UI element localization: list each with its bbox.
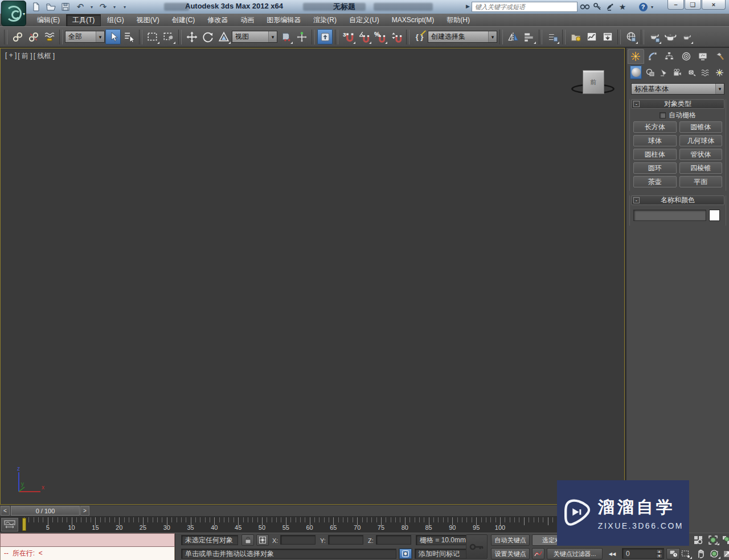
search-input[interactable] — [472, 2, 578, 12]
name-color-rollout-header[interactable]: - 名称和颜色 — [631, 195, 724, 205]
previous-frame-button[interactable]: < — [1, 506, 10, 516]
category-space-warps[interactable] — [699, 66, 711, 79]
y-coordinate-field[interactable] — [328, 535, 363, 545]
menu-item[interactable]: 渲染(R) — [307, 14, 343, 26]
zoom-extents-button[interactable] — [706, 534, 720, 546]
viewport-shading-menu[interactable]: 线框 — [34, 51, 55, 61]
render-iterative-icon[interactable] — [678, 29, 694, 44]
application-menu-button[interactable]: ▾ — [1, 1, 26, 26]
primitive-button[interactable]: 管状体 — [679, 149, 723, 160]
tab-modify[interactable] — [645, 49, 661, 64]
menu-item[interactable]: 工具(T) — [66, 14, 101, 26]
category-systems[interactable] — [714, 66, 726, 79]
menu-item[interactable]: 编辑(E) — [31, 14, 66, 26]
open-file-button[interactable] — [44, 1, 57, 13]
key-filters-button[interactable]: 关键点过滤器... — [547, 548, 603, 559]
edit-named-selection-sets-icon[interactable]: { } — [412, 29, 427, 44]
curve-editor-icon[interactable] — [584, 29, 599, 44]
mirror-icon[interactable] — [505, 29, 521, 44]
primitive-button[interactable]: 球体 — [633, 135, 677, 146]
category-cameras[interactable] — [671, 66, 683, 79]
menu-item[interactable]: 帮助(H) — [440, 14, 476, 26]
auto-key-button[interactable]: 自动关键点 — [491, 534, 530, 546]
close-button[interactable]: × — [702, 0, 726, 10]
primitive-button[interactable]: 四棱锥 — [679, 162, 723, 174]
maxscript-mini-listener[interactable]: -- 所在行: < — [0, 533, 175, 560]
isolate-selection-toggle[interactable] — [399, 548, 412, 559]
schematic-view-icon[interactable] — [600, 29, 615, 44]
zoom-extents-all-button[interactable] — [720, 534, 729, 546]
category-shapes[interactable] — [644, 66, 656, 79]
use-pivot-center-icon[interactable] — [278, 29, 293, 44]
default-in-out-tangents-button[interactable] — [532, 548, 544, 559]
named-selection-sets-dropdown[interactable]: 创建选择集 ▾ — [428, 31, 497, 43]
viewport-general-menu[interactable]: + — [5, 51, 17, 61]
communication-center-icon[interactable] — [604, 1, 616, 13]
graphite-modeling-tools-icon[interactable] — [568, 29, 583, 44]
category-helpers[interactable] — [686, 66, 698, 79]
object-name-input[interactable] — [633, 210, 706, 221]
help-dropdown-arrow[interactable]: ▾ — [649, 5, 655, 13]
frame-spinner[interactable]: ▲ ▼ — [656, 549, 662, 558]
object-type-rollout-header[interactable]: - 对象类型 — [631, 99, 724, 109]
qat-options-arrow[interactable]: ▾ — [122, 5, 128, 10]
rendered-frame-window-icon[interactable] — [646, 29, 662, 44]
reference-coordinate-dropdown[interactable]: 视图 ▾ — [232, 31, 277, 43]
tab-create[interactable] — [628, 49, 644, 64]
keyboard-shortcut-override-button[interactable] — [317, 29, 333, 44]
primitive-button[interactable]: 茶壶 — [633, 176, 677, 187]
spinner-down-icon[interactable]: ▼ — [656, 554, 662, 558]
primitive-category-dropdown[interactable]: 标准基本体 ▾ — [631, 83, 724, 95]
layer-manager-icon[interactable] — [544, 29, 560, 44]
select-and-rotate-icon[interactable] — [200, 29, 215, 44]
spinner-snap-toggle-icon[interactable] — [388, 29, 404, 44]
render-production-icon[interactable] — [662, 29, 678, 44]
zoom-region-button[interactable] — [679, 548, 693, 559]
viewport-pov-menu[interactable]: 前 — [18, 51, 32, 61]
angle-snap-toggle-icon[interactable] — [357, 29, 372, 44]
new-file-button[interactable] — [30, 1, 42, 13]
menu-item[interactable]: 自定义(U) — [343, 14, 386, 26]
menu-item[interactable]: MAXScript(M) — [386, 15, 441, 25]
primitive-button[interactable]: 圆柱体 — [633, 149, 677, 160]
menu-item[interactable]: 图形编辑器 — [260, 14, 307, 26]
redo-button[interactable]: ↷ — [97, 1, 109, 13]
primitive-button[interactable]: 平面 — [679, 176, 723, 187]
select-and-move-icon[interactable] — [184, 29, 199, 44]
help-icon[interactable]: ? — [637, 1, 649, 13]
z-coordinate-field[interactable] — [376, 535, 411, 545]
align-icon[interactable] — [521, 29, 536, 44]
select-and-manipulate-icon[interactable] — [294, 29, 309, 44]
menu-item[interactable]: 创建(C) — [166, 14, 202, 26]
search-icon[interactable] — [579, 1, 591, 13]
selection-filter-dropdown[interactable]: 全部 ▾ — [65, 31, 105, 43]
primitive-button[interactable]: 圆锥体 — [679, 121, 723, 133]
bind-to-space-warp-icon[interactable] — [42, 29, 57, 44]
category-lights[interactable] — [658, 66, 670, 79]
pan-view-button[interactable] — [694, 548, 707, 559]
infocenter-toggle-icon[interactable]: ▶ — [466, 3, 470, 9]
set-keys-button[interactable] — [466, 534, 488, 559]
favorites-star-icon[interactable]: ★ — [616, 1, 629, 13]
rectangular-selection-region-icon[interactable] — [145, 29, 160, 44]
select-object-button[interactable] — [105, 29, 121, 44]
open-mini-curve-editor-button[interactable] — [1, 518, 18, 532]
listener-pane[interactable]: -- 所在行: < — [0, 547, 175, 560]
restore-button[interactable]: ❏ — [685, 0, 701, 10]
tab-hierarchy[interactable] — [661, 49, 678, 64]
window-crossing-toggle-icon[interactable] — [161, 29, 176, 44]
track-bar[interactable]: 0510152025303540455055606570758085909510… — [0, 517, 625, 533]
menu-item[interactable]: 组(G) — [101, 14, 130, 26]
unlink-selection-icon[interactable] — [26, 29, 41, 44]
subscription-key-icon[interactable] — [591, 1, 604, 13]
viewcube[interactable]: 前 — [583, 70, 604, 94]
primitive-button[interactable]: 长方体 — [633, 121, 677, 133]
select-and-scale-icon[interactable] — [216, 29, 231, 44]
orbit-view-button[interactable] — [707, 548, 721, 559]
tab-motion[interactable] — [678, 49, 695, 64]
spinner-up-icon[interactable]: ▲ — [656, 549, 662, 554]
selection-lock-toggle[interactable] — [241, 534, 254, 546]
go-to-start-button[interactable]: ◀◀ — [605, 548, 620, 559]
menu-item[interactable]: 动画 — [234, 14, 260, 26]
percent-snap-toggle-icon[interactable]: % — [372, 29, 388, 44]
